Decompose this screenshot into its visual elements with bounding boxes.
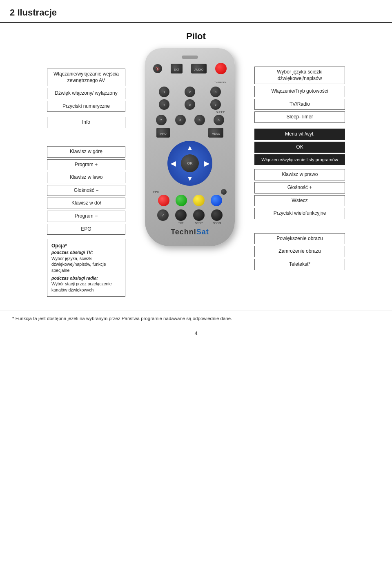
nav-right-arrow[interactable]: ▶ [204, 160, 209, 167]
txt-button[interactable] [175, 209, 187, 221]
remote-notch [182, 56, 198, 59]
label-info: Info [47, 117, 125, 128]
label-klawisz-prawo: Klawisz w prawo [254, 169, 345, 180]
label-przyciski-wielofunkcyjne: Przyciski wielofunkcyjne [254, 208, 345, 219]
label-glosnosc-minus: Głośność − [47, 185, 125, 196]
page-header: 2 Ilustracje [0, 0, 392, 23]
check-btn-group: ✓ [157, 209, 169, 225]
audio-button[interactable]: AUDIO [191, 64, 207, 73]
number-rows: 1 2 3 4 5 6 SLEEP 7 8 9 [151, 87, 228, 125]
btn-6[interactable]: 6 [210, 99, 221, 110]
btn-5[interactable]: 5 [185, 99, 195, 110]
btn-1[interactable]: 1 [159, 87, 169, 97]
label-tv-radio: TV/Radio [254, 99, 345, 110]
zoom-btn-group: ZOOM [211, 209, 223, 225]
stop-btn-group: STOP [193, 209, 205, 225]
nav-up-arrow[interactable]: ▲ [187, 144, 193, 151]
label-wlaczenie-listy: Włączenie/wyłączenie listy programów [254, 154, 345, 165]
label-program-plus: Program + [47, 159, 125, 171]
yellow-button[interactable] [193, 195, 205, 206]
label-menu-wl: Menu wł./wył. [254, 129, 345, 140]
label-zamrozenie: Zamrożenie obrazu [254, 246, 345, 257]
refresh-button[interactable] [221, 189, 227, 195]
diagram-title: Pilot [0, 31, 392, 42]
label-klawisz-lewo: Klawisz w lewo [47, 172, 125, 183]
label-przyciski: Przyciski numeryczne [47, 101, 125, 112]
red-button[interactable] [158, 195, 169, 206]
opcja-box: Opcja* podczas obsługi TV: Wybór języka,… [47, 239, 125, 297]
btn-0[interactable]: 0 [214, 115, 224, 125]
btn-2[interactable]: 2 [185, 87, 195, 97]
nav-epg-row: EPG [151, 189, 228, 195]
btn-3[interactable]: 3 [210, 87, 221, 97]
ext-button[interactable]: EXT [171, 64, 183, 73]
label-sleep-timer: Sleep-Timer [254, 111, 345, 123]
right-labels: Wybór języka ścieżki dźwiękowej/napisów … [251, 48, 345, 272]
nav-cross-area: ▲ ▼ ◀ ▶ OK [151, 141, 228, 186]
menu-button[interactable]: MENU [208, 128, 223, 138]
remote-top-row: 🔇 EXT AUDIO [151, 63, 228, 74]
diagram-area: Włączanie/wyłączanie wejścia zewnętrzneg… [0, 48, 392, 298]
label-klawisz-dol: Klawisz w dół [47, 198, 125, 209]
label-powiekszenie: Powiększenie obrazu [254, 233, 345, 245]
left-labels: Włączanie/wyłączanie wejścia zewnętrzneg… [47, 48, 129, 298]
mute-btn-group: 🔇 [153, 64, 162, 73]
check-button[interactable]: ✓ [157, 209, 169, 221]
nav-left-arrow[interactable]: ◀ [171, 160, 176, 167]
label-wstecz: Wstecz [254, 195, 345, 207]
btn-7[interactable]: 7 [156, 115, 167, 125]
btn-8[interactable]: 8 [175, 115, 186, 125]
page-number: 4 [0, 330, 392, 340]
ext-btn-group: EXT [171, 64, 183, 73]
label-wybor-jezyka: Wybór języka ścieżki dźwiękowej/napisów [254, 67, 345, 84]
zoom-button[interactable] [211, 209, 223, 221]
power-btn-group [215, 63, 227, 74]
footnote: * Funkcja ta jest dostępna jeżeli na wyb… [0, 311, 392, 326]
remote-brand: TechniSat [151, 228, 228, 236]
section-title: 2 Ilustracje [10, 7, 382, 18]
mute-button[interactable]: 🔇 [153, 64, 162, 73]
num-row-2: 4 5 6 [151, 99, 228, 110]
bottom-row: ✓ TXT STOP ZOOM [151, 209, 228, 225]
label-ok: OK [254, 142, 345, 153]
info-menu-row: INFO MENU [151, 128, 228, 138]
nav-outer-ring: ▲ ▼ ◀ ▶ OK [167, 141, 212, 186]
label-glosnosc-plus: Głośność + [254, 182, 345, 194]
nav-cross: ▲ ▼ ◀ ▶ OK [167, 141, 212, 186]
audio-btn-group: AUDIO [191, 64, 207, 73]
blue-button[interactable] [211, 195, 222, 206]
remote-control: 🔇 EXT AUDIO TV/R [145, 48, 235, 246]
btn-4[interactable]: 4 [159, 99, 169, 110]
label-program-minus: Program − [47, 211, 125, 222]
label-wlaczanie: Włączanie/wyłączanie wejścia zewnętrzneg… [47, 69, 125, 86]
txt-btn-group: TXT [175, 209, 187, 225]
btn-9[interactable]: 9 [194, 115, 205, 125]
nav-down-arrow[interactable]: ▼ [187, 175, 193, 182]
remote-wrapper: 🔇 EXT AUDIO TV/R [129, 48, 251, 246]
label-teletekst: Teletekst* [254, 259, 345, 270]
color-buttons-row [151, 195, 228, 206]
label-epg: EPG [47, 224, 125, 235]
info-button[interactable]: INFO [156, 128, 170, 138]
stop-button[interactable] [193, 209, 205, 221]
green-button[interactable] [176, 195, 187, 206]
label-wlaczenie-tryb: Włączenie/Tryb gotowości [254, 86, 345, 97]
label-klawisz-gore: Klawisz w górę [47, 146, 125, 158]
num-row-1: 1 2 3 [151, 87, 228, 97]
ok-button[interactable]: OK [181, 154, 199, 172]
power-button[interactable] [215, 63, 227, 74]
num-row-3: 7 8 9 0 [151, 115, 228, 125]
label-dzwiek: Dźwięk włączony/ wyłączony [47, 88, 125, 99]
sleep-label: SLEEP [151, 111, 228, 113]
